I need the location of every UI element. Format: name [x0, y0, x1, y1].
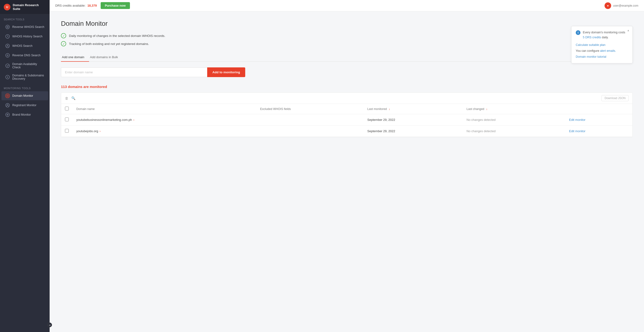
- row-2-no-changes: No changes detected: [466, 129, 496, 133]
- search-icon: 🔍: [71, 96, 75, 100]
- row-2-action-cell: Edit monitor: [565, 126, 632, 137]
- add-to-monitoring-button[interactable]: Add to monitoring: [207, 67, 245, 77]
- sidebar-item-label: Domain Monitor: [12, 94, 33, 97]
- topbar-left: DRS credits available: 18,379 Purchase n…: [55, 2, 130, 9]
- credits-link[interactable]: 5 DRS credits: [583, 36, 601, 39]
- table-row: youtubejobs.org › September 29, 2022 No …: [61, 126, 632, 137]
- feature-list: ✓ Daily monitoring of changes in the sel…: [61, 33, 633, 46]
- table-body: youtubebusinessonlinemarketing.com.ph › …: [61, 114, 632, 137]
- tab-add-one[interactable]: Add one domain: [61, 53, 89, 62]
- user-name: user@example.com: [613, 4, 638, 7]
- sidebar-item-brand-monitor[interactable]: Brand Monitor: [2, 110, 48, 119]
- domain-input[interactable]: [61, 67, 207, 77]
- whois-icon: [5, 44, 10, 48]
- sidebar-item-registrant-monitor[interactable]: Registrant Monitor: [2, 101, 48, 110]
- sidebar-item-reverse-whois[interactable]: Reverse WHOIS Search: [2, 23, 48, 32]
- row-2-domain-cell: youtubejobs.org ›: [72, 126, 256, 137]
- main-content: DRS credits available: 18,379 Purchase n…: [50, 0, 644, 332]
- info-panel-configure: You can configure alert emails.: [576, 49, 628, 54]
- svg-point-8: [7, 77, 8, 78]
- row-2-domain-name: youtubejobs.org: [76, 129, 98, 133]
- credits-count: 18,379: [88, 4, 97, 7]
- row-1-monitored-cell: September 29, 2022: [364, 114, 463, 126]
- sidebar-item-domain-availability[interactable]: Domain Availability Check: [2, 60, 48, 71]
- tab-add-bulk[interactable]: Add domains in Bulk: [89, 53, 123, 62]
- row-2-domain-arrow[interactable]: ›: [100, 130, 101, 133]
- sidebar-item-label: WHOIS Search: [12, 44, 32, 48]
- col-excluded-whois: Excluded WHOIS fields: [256, 104, 364, 114]
- row-1-domain-name: youtubebusinessonlinemarketing.com.ph: [76, 118, 132, 122]
- svg-point-6: [6, 64, 10, 68]
- sidebar-item-label: Reverse WHOIS Search: [12, 25, 44, 29]
- table-delete-icon[interactable]: 🗑: [65, 96, 68, 100]
- page-title: Domain Monitor: [61, 20, 633, 28]
- sidebar-item-domains-subdomains[interactable]: Domains & Subdomains Discovery: [2, 72, 48, 83]
- info-panel-collapse-button[interactable]: ▲: [627, 28, 630, 33]
- svg-point-4: [7, 45, 8, 46]
- reverse-whois-icon: [5, 25, 10, 29]
- add-domain-row: Add to monitoring: [61, 67, 245, 77]
- info-panel-text: Every domain's monitoring costs 5 DRS cr…: [583, 30, 625, 40]
- reverse-dns-icon: [5, 53, 10, 58]
- table-header-row: Domain name Excluded WHOIS fields Last m…: [61, 104, 632, 114]
- row-2-changed-cell: No changes detected: [463, 126, 565, 137]
- svg-point-0: [6, 25, 10, 29]
- sidebar-item-label: Registrant Monitor: [12, 104, 36, 107]
- select-all-checkbox[interactable]: [65, 107, 69, 110]
- row-2-monitored-cell: September 29, 2022: [364, 126, 463, 137]
- info-panel-tutorial: Domain monitor tutorial: [576, 54, 628, 59]
- svg-point-11: [7, 95, 8, 96]
- app-logo: U: [4, 4, 10, 11]
- brand-monitor-icon: [5, 112, 10, 117]
- col-last-monitored[interactable]: Last monitored ↓: [364, 104, 463, 114]
- row-1-domain-arrow[interactable]: ›: [134, 118, 134, 122]
- monitored-number: 113: [61, 85, 67, 89]
- whois-history-icon: [5, 34, 10, 39]
- row-2-checkbox[interactable]: [65, 129, 69, 133]
- domains-subdomains-icon: [5, 75, 10, 80]
- row-1-changed-cell: No changes detected: [463, 114, 565, 126]
- svg-point-1: [7, 26, 8, 28]
- download-json-button[interactable]: Download JSON: [602, 95, 629, 101]
- row-1-checkbox[interactable]: [65, 118, 69, 121]
- alert-emails-link[interactable]: alert emails.: [600, 49, 616, 53]
- sidebar-item-whois[interactable]: WHOIS Search: [2, 41, 48, 50]
- row-2-checkbox-cell: [61, 126, 72, 137]
- row-1-edit-button[interactable]: Edit monitor: [569, 118, 586, 122]
- sidebar-item-label: Reverse DNS Search: [12, 54, 41, 57]
- row-1-domain: youtubebusinessonlinemarketing.com.ph ›: [76, 118, 252, 122]
- sidebar: U Domain Research Suite Search tools Rev…: [0, 0, 50, 332]
- table-search: 🔍: [71, 96, 599, 100]
- info-panel-header: i Every domain's monitoring costs 5 DRS …: [576, 30, 628, 40]
- row-2-edit-button[interactable]: Edit monitor: [569, 129, 586, 133]
- col-actions: [565, 104, 632, 114]
- info-panel-calculate: Calculate suitable plan: [576, 43, 628, 48]
- sidebar-item-reverse-dns[interactable]: Reverse DNS Search: [2, 51, 48, 60]
- domain-availability-icon: [5, 63, 10, 68]
- sidebar-title: Domain Research Suite: [13, 3, 46, 11]
- credits-label: DRS credits available:: [55, 4, 86, 7]
- row-1-no-changes: No changes detected: [466, 118, 496, 122]
- domain-monitor-icon: [5, 93, 10, 98]
- svg-point-13: [7, 104, 8, 106]
- tutorial-link[interactable]: Domain monitor tutorial: [576, 55, 606, 58]
- row-1-domain-cell: youtubebusinessonlinemarketing.com.ph ›: [72, 114, 256, 126]
- sidebar-item-label: Brand Monitor: [12, 113, 31, 116]
- purchase-button[interactable]: Purchase now: [101, 2, 130, 9]
- row-2-excluded-cell: [256, 126, 364, 137]
- feature-item-1: ✓ Daily monitoring of changes in the sel…: [61, 33, 633, 38]
- tab-bar: Add one domain Add domains in Bulk: [61, 53, 633, 62]
- sidebar-item-domain-monitor[interactable]: Domain Monitor: [2, 91, 48, 100]
- domain-table-wrapper: 🗑 🔍 Download JSON Domain name Excluded W…: [61, 93, 633, 137]
- registrant-monitor-icon: [5, 103, 10, 108]
- feature-item-2: ✓ Tracking of both existing and not yet …: [61, 41, 633, 46]
- sidebar-item-whois-history[interactable]: WHOIS History Search: [2, 32, 48, 41]
- sidebar-header: U Domain Research Suite: [0, 0, 50, 14]
- row-1-excluded-cell: [256, 114, 364, 126]
- sort-arrow-monitored: ↓: [388, 107, 390, 111]
- check-icon-2: ✓: [61, 41, 66, 46]
- col-last-changed[interactable]: Last changed ↓: [463, 104, 565, 114]
- feature-text-2: Tracking of both existing and not yet re…: [69, 42, 149, 46]
- calculate-plan-link[interactable]: Calculate suitable plan: [576, 43, 606, 47]
- sort-arrow-changed: ↓: [486, 107, 487, 111]
